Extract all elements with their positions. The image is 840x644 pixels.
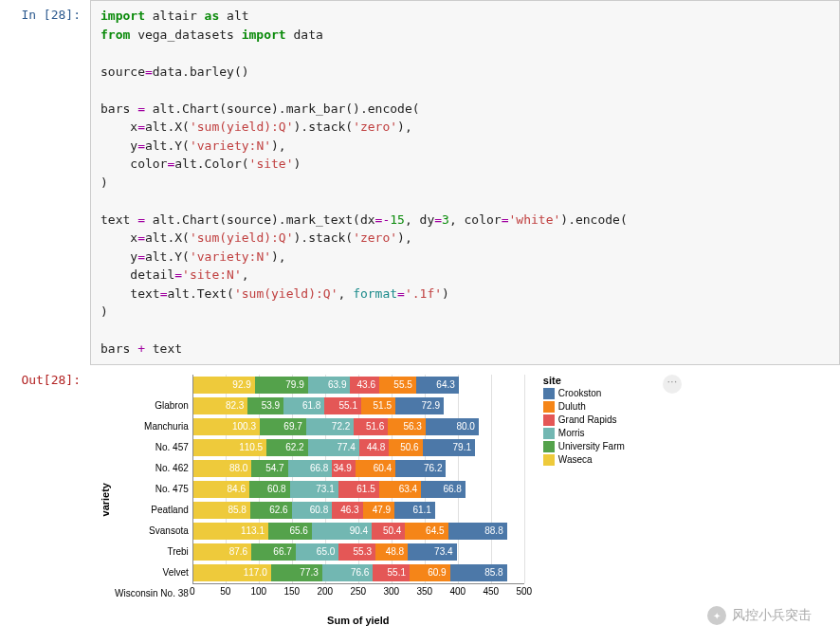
bar-segment[interactable]: 55.1 [373,564,410,581]
bar-segment[interactable]: 85.8 [193,502,250,519]
bar-segment[interactable]: 85.8 [450,564,507,581]
input-cell: In [28]: import altair as alt from vega_… [0,0,840,365]
bar-segment[interactable]: 113.1 [193,523,268,540]
category-label: Peatland [115,500,189,521]
code-area[interactable]: import altair as alt from vega_datasets … [90,0,840,365]
bar-segment[interactable]: 55.3 [338,543,375,561]
category-label: Wisconsin No. 38 [115,583,189,604]
bar-segment[interactable]: 61.8 [283,397,324,414]
y-axis-label: variety [100,483,111,516]
bar-segment[interactable]: 60.8 [249,481,290,498]
bar-segment[interactable]: 61.5 [338,481,379,498]
bar-segment[interactable]: 64.5 [405,523,447,540]
legend-swatch [543,401,555,413]
bar-row: 87.666.765.055.348.873.4 [193,542,524,562]
bar-row: 85.862.660.846.347.961.1 [193,500,524,521]
chart-actions-button[interactable]: ··· [663,375,682,394]
bar-segment[interactable]: 50.6 [389,439,422,456]
bar-segment[interactable]: 82.3 [193,397,248,414]
bar-segment[interactable]: 54.7 [251,460,287,477]
bar-segment[interactable]: 72.9 [395,397,444,414]
category-label: Velvet [115,562,189,583]
bar-segment[interactable]: 88.0 [193,460,252,477]
bar-segment[interactable]: 87.6 [193,543,251,561]
category-label: No. 475 [115,479,189,500]
bar-segment[interactable]: 80.0 [426,418,479,435]
plot-area: 92.979.963.943.655.564.382.353.961.855.1… [192,375,524,626]
bar-segment[interactable]: 55.1 [324,397,361,414]
bar-segment[interactable]: 79.9 [255,377,308,394]
legend-label: Grand Rapids [558,414,617,425]
bar-segment[interactable]: 65.0 [296,543,339,561]
bar-segment[interactable]: 60.8 [292,502,333,519]
gridline [524,375,525,583]
x-tick: 250 [350,586,366,597]
bar-segment[interactable]: 47.9 [363,502,395,519]
legend-swatch [543,414,555,426]
legend-item[interactable]: Duluth [543,401,625,413]
legend-item[interactable]: University Farm [543,441,625,452]
bar-segment[interactable]: 84.6 [193,481,249,498]
bar-segment[interactable]: 48.8 [375,543,408,561]
legend-item[interactable]: Waseca [543,454,625,466]
output-cell: Out[28]: variety GlabronManchuriaNo. 457… [0,365,840,626]
category-labels: GlabronManchuriaNo. 457No. 462No. 475Pea… [115,396,192,604]
bar-row: 100.369.772.251.656.380.0 [193,416,524,437]
x-tick: 500 [516,586,532,597]
bar-segment[interactable]: 44.8 [359,439,389,456]
bar-segment[interactable]: 77.3 [271,564,322,581]
category-label: Trebi [115,542,189,562]
bar-segment[interactable]: 61.1 [394,502,435,519]
bar-segment[interactable]: 62.6 [250,502,292,519]
bar-segment[interactable]: 63.4 [379,481,421,498]
legend-item[interactable]: Crookston [543,388,625,399]
bar-segment[interactable]: 73.1 [290,481,338,498]
bar-segment[interactable]: 88.8 [448,523,507,540]
category-label: Svansota [115,521,189,542]
x-tick: 350 [416,586,432,597]
bar-segment[interactable]: 46.3 [332,502,362,519]
legend-label: Duluth [558,401,586,412]
bar-segment[interactable]: 66.7 [251,543,296,561]
bar-segment[interactable]: 51.6 [354,418,388,435]
bar-segment[interactable]: 76.6 [322,564,374,581]
bar-segment[interactable]: 60.9 [410,564,450,581]
bar-segment[interactable]: 53.9 [247,397,283,414]
bar-segment[interactable]: 69.7 [260,418,306,435]
bar-segment[interactable]: 62.2 [266,439,308,456]
bar-segment[interactable]: 66.8 [421,481,466,498]
x-tick: 50 [220,586,230,597]
bar-segment[interactable]: 76.2 [395,460,446,477]
legend-item[interactable]: Morris [543,428,625,439]
bar-row: 84.660.873.161.563.466.8 [193,479,524,500]
legend: site CrookstonDuluthGrand RapidsMorrisUn… [543,375,625,468]
bars-zone: 92.979.963.943.655.564.382.353.961.855.1… [192,375,524,584]
bar-segment[interactable]: 63.9 [308,377,351,394]
bar-segment[interactable]: 110.5 [193,439,266,456]
category-label: No. 457 [115,437,189,458]
bar-segment[interactable]: 65.6 [268,523,312,540]
x-tick: 300 [383,586,399,597]
bar-segment[interactable]: 56.3 [388,418,425,435]
bar-segment[interactable]: 79.1 [423,439,475,456]
legend-item[interactable]: Grand Rapids [543,414,625,426]
bar-segment[interactable]: 43.6 [350,377,379,394]
legend-label: Crookston [558,388,602,398]
bar-segment[interactable]: 55.5 [379,377,416,394]
bar-segment[interactable]: 60.4 [356,460,395,477]
bar-segment[interactable]: 64.3 [416,377,459,394]
bar-segment[interactable]: 90.4 [312,523,372,540]
bar-segment[interactable]: 73.4 [408,543,456,561]
bar-segment[interactable]: 92.9 [193,377,255,394]
bar-segment[interactable]: 72.2 [306,418,355,435]
bar-row: 88.054.766.834.960.476.2 [193,458,524,479]
bar-segment[interactable]: 100.3 [193,418,260,435]
bar-segment[interactable]: 51.5 [361,397,395,414]
bar-segment[interactable]: 117.0 [193,564,271,581]
bar-segment[interactable]: 34.9 [332,460,355,477]
bar-segment[interactable]: 50.4 [372,523,405,540]
bar-segment[interactable]: 66.8 [288,460,333,477]
watermark: ✦ 风控小兵突击 [707,606,812,625]
legend-swatch [543,388,555,399]
bar-segment[interactable]: 77.4 [308,439,359,456]
